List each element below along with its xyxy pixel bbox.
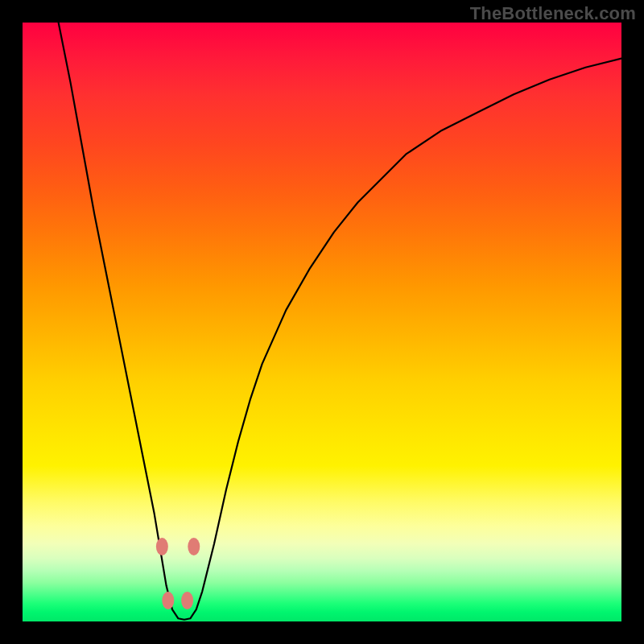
curve-marker — [156, 538, 168, 555]
curve-marker — [188, 538, 200, 555]
chart-stage: TheBottleneck.com — [0, 0, 644, 644]
curve-svg — [23, 23, 621, 621]
curve-markers — [156, 538, 200, 609]
curve-marker — [181, 592, 193, 609]
watermark-text: TheBottleneck.com — [470, 3, 636, 24]
plot-area — [23, 23, 621, 621]
bottleneck-curve — [59, 23, 621, 620]
curve-marker — [162, 592, 174, 609]
